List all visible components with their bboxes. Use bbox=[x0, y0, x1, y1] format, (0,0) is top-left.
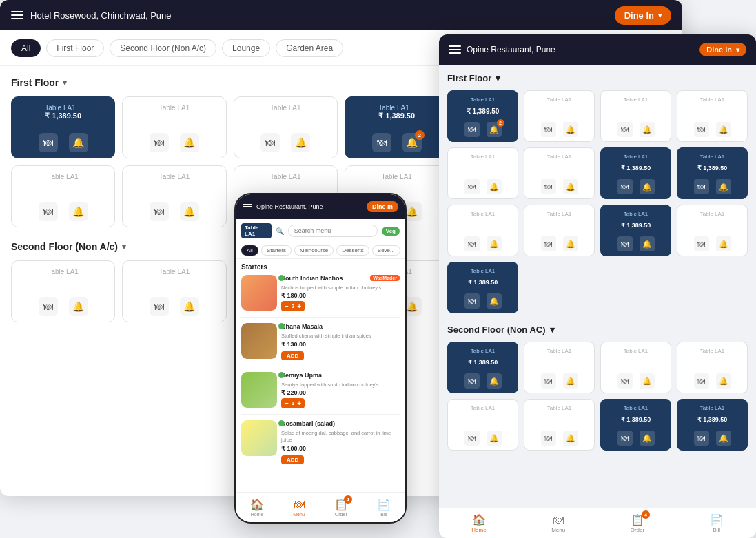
tablet-bell-icon[interactable]: 🔔 2 bbox=[487, 122, 502, 137]
mobile-tab-starters[interactable]: Starters bbox=[261, 245, 292, 256]
tablet-food-icon[interactable]: 🍽 bbox=[541, 122, 556, 137]
tablet-bell-icon[interactable]: 🔔 bbox=[563, 373, 578, 389]
tablet-food-icon[interactable]: 🍽 bbox=[694, 236, 709, 251]
tablet-bell-icon[interactable]: 🔔 bbox=[716, 373, 731, 389]
tablet-food-icon[interactable]: 🍽 bbox=[617, 373, 633, 389]
tablet-bell-icon[interactable]: 🔔 bbox=[563, 431, 578, 446]
nachos-qty-minus[interactable]: − bbox=[285, 302, 289, 310]
nachos-qty-value: 2 bbox=[292, 303, 294, 309]
tablet-nav-menu[interactable]: 🍽 Menu bbox=[551, 514, 565, 533]
table-food-icon[interactable]: 🍽 bbox=[372, 133, 391, 152]
table-bell-icon[interactable]: 🔔 bbox=[69, 133, 88, 152]
tablet-food-icon[interactable]: 🍽 bbox=[464, 236, 480, 251]
tablet-food-icon[interactable]: 🍽 bbox=[464, 179, 480, 194]
tablet-food-icon[interactable]: 🍽 bbox=[694, 122, 709, 137]
tablet-hamburger-icon[interactable] bbox=[449, 45, 461, 54]
table-food-icon[interactable]: 🍽 bbox=[39, 202, 58, 221]
tablet-bell-icon[interactable]: 🔔 bbox=[640, 373, 655, 389]
tablet-food-icon[interactable]: 🍽 bbox=[464, 293, 480, 309]
tablet-bell-icon[interactable]: 🔔 bbox=[487, 236, 502, 251]
semiya-image bbox=[241, 372, 277, 408]
table-bell-icon[interactable]: 🔔 2 bbox=[402, 133, 422, 152]
table-bell-icon[interactable]: 🔔 bbox=[291, 133, 310, 152]
main-dine-in-button[interactable]: Dine In ▾ bbox=[615, 6, 671, 25]
tablet-food-icon[interactable]: 🍽 bbox=[541, 236, 556, 251]
tablet-nav-order[interactable]: 📋 4 Order bbox=[631, 513, 644, 533]
tablet-table-card: Table LA1 ₹ 1,389.50 🍽 🔔 bbox=[677, 147, 748, 199]
tablet-food-icon[interactable]: 🍽 bbox=[694, 373, 709, 389]
mobile-tab-all[interactable]: All bbox=[241, 245, 258, 256]
mobile-window: Opine Restaurant, Pune Dine In Table LA1… bbox=[234, 193, 407, 524]
semiya-qty-control[interactable]: − 1 + bbox=[281, 398, 305, 408]
tablet-bell-icon[interactable]: 🔔 bbox=[487, 373, 502, 389]
mobile-tab-beverages[interactable]: Beve... bbox=[372, 245, 400, 256]
tablet-food-icon[interactable]: 🍽 bbox=[617, 179, 633, 194]
tablet-bell-icon[interactable]: 🔔 bbox=[640, 236, 655, 251]
tab-first-floor[interactable]: First Floor bbox=[46, 39, 104, 57]
table-bell-icon[interactable]: 🔔 bbox=[69, 202, 88, 221]
tablet-nav-home[interactable]: 🏠 Home bbox=[471, 513, 486, 533]
tablet-bell-icon[interactable]: 🔔 bbox=[716, 431, 731, 446]
kosambari-add-button[interactable]: ADD bbox=[281, 455, 304, 464]
mobile-tab-maincourse[interactable]: Maincourse bbox=[294, 245, 334, 256]
tablet-bell-icon[interactable]: 🔔 bbox=[640, 179, 655, 194]
mobile-nav-menu[interactable]: 🍽 Menu bbox=[293, 499, 305, 517]
tablet-food-icon[interactable]: 🍽 bbox=[694, 431, 709, 446]
table-food-icon[interactable]: 🍽 bbox=[150, 202, 169, 221]
tablet-bell-icon[interactable]: 🔔 bbox=[640, 122, 655, 137]
mobile-hamburger-icon[interactable] bbox=[243, 204, 252, 210]
tablet-bell-icon[interactable]: 🔔 bbox=[487, 431, 502, 446]
tablet-food-icon[interactable]: 🍽 bbox=[464, 431, 480, 446]
mobile-nav-order[interactable]: 📋 4 Order bbox=[334, 498, 348, 517]
table-bell-icon[interactable]: 🔔 bbox=[180, 202, 199, 221]
mobile-nav-home[interactable]: 🏠 Home bbox=[250, 498, 264, 517]
table-food-icon[interactable]: 🍽 bbox=[260, 133, 280, 152]
hamburger-icon[interactable] bbox=[11, 11, 23, 19]
tablet-bell-icon[interactable]: 🔔 bbox=[563, 236, 578, 251]
tab-lounge[interactable]: Lounge bbox=[222, 39, 270, 57]
table-food-icon[interactable]: 🍽 bbox=[39, 133, 58, 152]
tablet-food-icon[interactable]: 🍽 bbox=[464, 122, 480, 137]
tablet-food-icon[interactable]: 🍽 bbox=[464, 373, 480, 389]
tablet-bell-icon[interactable]: 🔔 bbox=[487, 179, 502, 194]
tablet-food-icon[interactable]: 🍽 bbox=[617, 236, 633, 251]
main-topbar-left: Hotel Rosewood, Chinchwad, Pune bbox=[11, 10, 172, 21]
home-icon: 🏠 bbox=[472, 513, 486, 526]
tab-garden[interactable]: Garden Area bbox=[276, 39, 343, 57]
tablet-food-icon[interactable]: 🍽 bbox=[541, 179, 556, 194]
tablet-food-icon[interactable]: 🍽 bbox=[617, 431, 633, 446]
semiya-qty-minus[interactable]: − bbox=[285, 400, 289, 407]
tablet-food-icon[interactable]: 🍽 bbox=[694, 179, 709, 194]
table-bell-icon[interactable]: 🔔 bbox=[69, 297, 88, 316]
tablet-bottom-nav: 🏠 Home 🍽 Menu 📋 4 Order 📄 Bill bbox=[439, 508, 756, 538]
tablet-bell-icon[interactable]: 🔔 bbox=[563, 122, 578, 137]
tablet-food-icon[interactable]: 🍽 bbox=[541, 431, 556, 446]
tablet-food-icon[interactable]: 🍽 bbox=[541, 373, 556, 389]
mobile-search-input[interactable] bbox=[288, 225, 378, 237]
table-bell-icon[interactable]: 🔔 bbox=[180, 133, 199, 152]
mobile-dine-in-button[interactable]: Dine In bbox=[367, 201, 398, 212]
tablet-food-icon[interactable]: 🍽 bbox=[617, 122, 633, 137]
tablet-bell-icon[interactable]: 🔔 bbox=[563, 179, 578, 194]
mobile-tab-desserts[interactable]: Desserts bbox=[336, 245, 369, 256]
tablet-dine-in-button[interactable]: Dine In ▾ bbox=[699, 43, 746, 56]
tablet-bell-icon[interactable]: 🔔 bbox=[487, 293, 502, 309]
tablet-bell-icon[interactable]: 🔔 bbox=[716, 122, 731, 137]
tab-second-floor[interactable]: Second Floor (Non A/c) bbox=[110, 39, 216, 57]
tablet-bell-icon[interactable]: 🔔 bbox=[716, 179, 731, 194]
mobile-nav-bill[interactable]: 📄 Bill bbox=[377, 498, 391, 517]
tab-all[interactable]: All bbox=[11, 39, 41, 57]
tablet-bell-icon[interactable]: 🔔 bbox=[716, 236, 731, 251]
tablet-nav-bill[interactable]: 📄 Bill bbox=[710, 513, 724, 533]
table-bell-icon[interactable]: 🔔 bbox=[180, 297, 199, 316]
veg-toggle[interactable]: Veg bbox=[382, 227, 400, 236]
nachos-qty-control[interactable]: − 2 + bbox=[281, 301, 305, 311]
table-food-icon[interactable]: 🍽 bbox=[150, 133, 169, 152]
nachos-qty-plus[interactable]: + bbox=[297, 302, 301, 310]
chana-add-button[interactable]: ADD bbox=[281, 351, 304, 360]
table-food-icon[interactable]: 🍽 bbox=[39, 297, 58, 316]
table-food-icon[interactable]: 🍽 bbox=[150, 297, 169, 316]
mobile-search-row: Table LA1 🔍 Veg bbox=[236, 219, 405, 242]
semiya-qty-plus[interactable]: + bbox=[297, 400, 301, 407]
tablet-bell-icon[interactable]: 🔔 bbox=[640, 431, 655, 446]
